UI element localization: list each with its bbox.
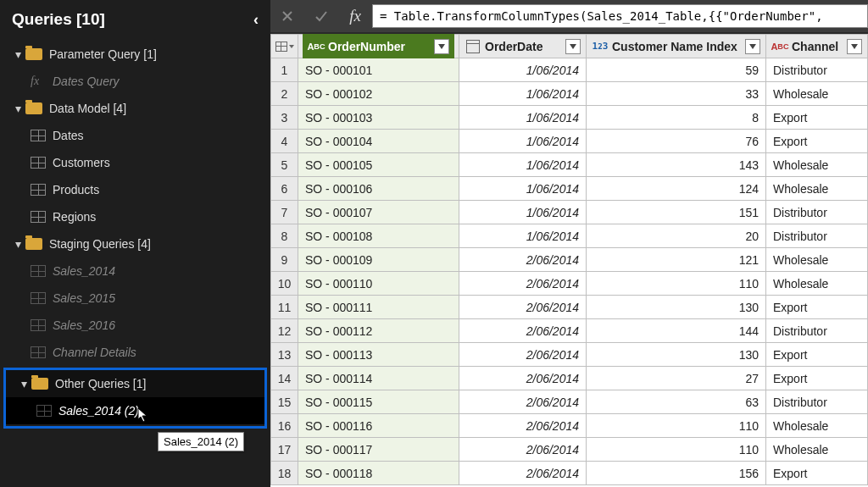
cell-channel[interactable]: Export: [766, 343, 868, 367]
cell-orderDate[interactable]: 2/06/2014: [459, 272, 587, 296]
cell-customerIdx[interactable]: 151: [587, 201, 766, 224]
cell-channel[interactable]: Wholesale: [766, 272, 868, 296]
cell-orderNumber[interactable]: SO - 000101: [298, 58, 459, 82]
cell-orderDate[interactable]: 1/06/2014: [459, 201, 587, 224]
cell-customerIdx[interactable]: 110: [587, 414, 766, 438]
cancel-formula-button[interactable]: [270, 0, 304, 32]
query-item-sales_2014-2-[interactable]: Sales_2014 (2): [6, 397, 264, 424]
row-number[interactable]: 12: [271, 319, 298, 343]
cell-orderNumber[interactable]: SO - 000102: [298, 82, 459, 106]
row-number[interactable]: 6: [271, 177, 298, 201]
row-number[interactable]: 7: [271, 201, 298, 224]
cell-channel[interactable]: Export: [766, 296, 868, 319]
cell-customerIdx[interactable]: 121: [587, 248, 766, 272]
cell-customerIdx[interactable]: 8: [587, 106, 766, 130]
cell-channel[interactable]: Wholesale: [766, 82, 868, 106]
cell-orderDate[interactable]: 2/06/2014: [459, 438, 587, 462]
table-row[interactable]: 6SO - 0001061/06/2014124Wholesale: [271, 177, 868, 201]
cell-orderNumber[interactable]: SO - 000111: [298, 296, 459, 319]
cell-orderNumber[interactable]: SO - 000116: [298, 414, 459, 438]
query-item-sales_2014[interactable]: Sales_2014: [0, 257, 270, 285]
row-number[interactable]: 5: [271, 153, 298, 177]
cell-customerIdx[interactable]: 63: [587, 390, 766, 414]
row-number[interactable]: 17: [271, 438, 298, 462]
row-number[interactable]: 18: [271, 462, 298, 485]
row-number[interactable]: 1: [271, 58, 298, 82]
column-filter-button[interactable]: [565, 39, 581, 54]
table-row[interactable]: 1SO - 0001011/06/201459Distributor: [271, 58, 868, 82]
table-row[interactable]: 10SO - 0001102/06/2014110Wholesale: [271, 272, 868, 296]
cell-customerIdx[interactable]: 59: [587, 58, 766, 82]
cell-orderDate[interactable]: 1/06/2014: [459, 177, 587, 201]
cell-customerIdx[interactable]: 124: [587, 177, 766, 201]
cell-channel[interactable]: Export: [766, 462, 868, 485]
table-row[interactable]: 7SO - 0001071/06/2014151Distributor: [271, 201, 868, 224]
cell-channel[interactable]: Export: [766, 367, 868, 390]
query-item-channel-details[interactable]: Channel Details: [0, 339, 270, 366]
cell-orderNumber[interactable]: SO - 000118: [298, 462, 459, 485]
cell-channel[interactable]: Distributor: [766, 58, 868, 82]
cell-orderDate[interactable]: 2/06/2014: [459, 414, 587, 438]
cell-channel[interactable]: Wholesale: [766, 153, 868, 177]
table-row[interactable]: 15SO - 0001152/06/201463Distributor: [271, 390, 868, 414]
cell-channel[interactable]: Wholesale: [766, 414, 868, 438]
cell-orderNumber[interactable]: SO - 000109: [298, 248, 459, 272]
table-row[interactable]: 11SO - 0001112/06/2014130Export: [271, 296, 868, 319]
table-row[interactable]: 17SO - 0001172/06/2014110Wholesale: [271, 438, 868, 462]
cell-customerIdx[interactable]: 27: [587, 367, 766, 390]
cell-orderNumber[interactable]: SO - 000107: [298, 201, 459, 224]
cell-channel[interactable]: Distributor: [766, 319, 868, 343]
collapse-sidebar-button[interactable]: ‹: [253, 11, 259, 29]
query-item-sales_2016[interactable]: Sales_2016: [0, 312, 270, 339]
cell-customerIdx[interactable]: 33: [587, 82, 766, 106]
cell-orderDate[interactable]: 2/06/2014: [459, 390, 587, 414]
cell-orderNumber[interactable]: SO - 000105: [298, 153, 459, 177]
cell-orderNumber[interactable]: SO - 000103: [298, 106, 459, 130]
cell-orderDate[interactable]: 1/06/2014: [459, 224, 587, 248]
table-row[interactable]: 9SO - 0001092/06/2014121Wholesale: [271, 248, 868, 272]
column-filter-button[interactable]: [434, 39, 449, 54]
cell-customerIdx[interactable]: 76: [587, 130, 766, 153]
cell-channel[interactable]: Wholesale: [766, 438, 868, 462]
cell-orderDate[interactable]: 1/06/2014: [459, 82, 587, 106]
cell-customerIdx[interactable]: 110: [587, 272, 766, 296]
table-row[interactable]: 2SO - 0001021/06/201433Wholesale: [271, 82, 868, 106]
column-header-channel[interactable]: ABCChannel: [766, 35, 868, 58]
row-number[interactable]: 11: [271, 296, 298, 319]
cell-orderNumber[interactable]: SO - 000104: [298, 130, 459, 153]
cell-orderDate[interactable]: 2/06/2014: [459, 343, 587, 367]
cell-orderDate[interactable]: 2/06/2014: [459, 367, 587, 390]
cell-customerIdx[interactable]: 144: [587, 319, 766, 343]
formula-input[interactable]: = Table.TransformColumnTypes(Sales_2014_…: [372, 4, 868, 28]
column-filter-button[interactable]: [745, 39, 760, 54]
table-row[interactable]: 12SO - 0001122/06/2014144Distributor: [271, 319, 868, 343]
row-number[interactable]: 14: [271, 367, 298, 390]
cell-customerIdx[interactable]: 110: [587, 438, 766, 462]
row-number[interactable]: 15: [271, 390, 298, 414]
folder-data-model-4-[interactable]: ▾Data Model [4]: [0, 95, 270, 122]
cell-orderNumber[interactable]: SO - 000117: [298, 438, 459, 462]
table-row[interactable]: 14SO - 0001142/06/201427Export: [271, 367, 868, 390]
folder-other-queries-1-[interactable]: ▾Other Queries [1]: [6, 370, 264, 397]
row-number[interactable]: 2: [271, 82, 298, 106]
cell-orderDate[interactable]: 1/06/2014: [459, 130, 587, 153]
cell-orderDate[interactable]: 2/06/2014: [459, 248, 587, 272]
table-row[interactable]: 13SO - 0001132/06/2014130Export: [271, 343, 868, 367]
cell-orderNumber[interactable]: SO - 000112: [298, 319, 459, 343]
cell-orderNumber[interactable]: SO - 000106: [298, 177, 459, 201]
column-filter-button[interactable]: [847, 39, 862, 54]
cell-channel[interactable]: Distributor: [766, 224, 868, 248]
folder-parameter-query-1-[interactable]: ▾Parameter Query [1]: [0, 41, 270, 68]
cell-orderDate[interactable]: 2/06/2014: [459, 296, 587, 319]
cell-orderDate[interactable]: 1/06/2014: [459, 153, 587, 177]
row-number[interactable]: 16: [271, 414, 298, 438]
select-all-corner[interactable]: [271, 35, 298, 58]
query-item-dates-query[interactable]: fxDates Query: [0, 68, 270, 95]
query-item-sales_2015[interactable]: Sales_2015: [0, 285, 270, 312]
cell-customerIdx[interactable]: 130: [587, 343, 766, 367]
row-number[interactable]: 3: [271, 106, 298, 130]
query-item-regions[interactable]: Regions: [0, 203, 270, 230]
cell-customerIdx[interactable]: 156: [587, 462, 766, 485]
row-number[interactable]: 4: [271, 130, 298, 153]
cell-orderDate[interactable]: 1/06/2014: [459, 58, 587, 82]
